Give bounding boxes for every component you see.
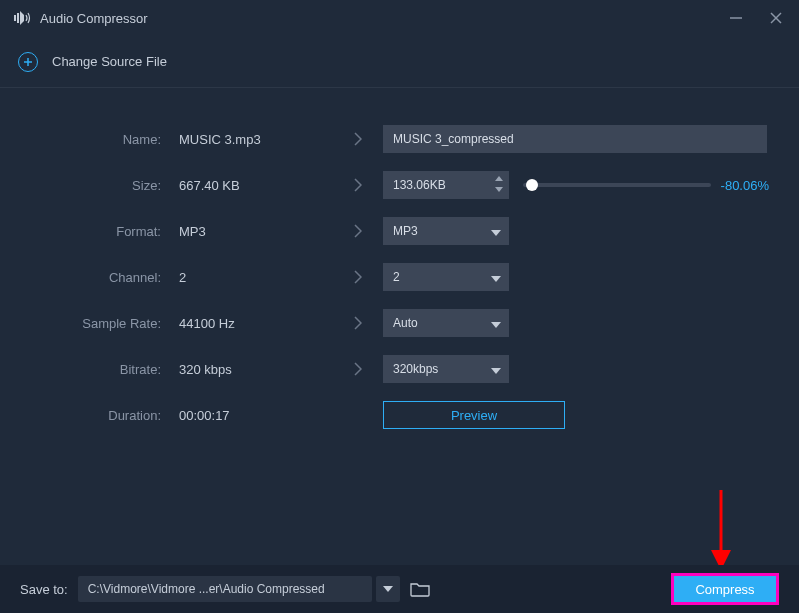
arrow-format (333, 224, 383, 238)
format-select[interactable]: MP3 (383, 217, 509, 245)
label-size: Size: (28, 178, 173, 193)
window-controls (727, 9, 785, 27)
current-channel: 2 (173, 270, 333, 285)
chevron-down-icon (491, 360, 501, 378)
chevron-right-icon (354, 270, 362, 284)
current-duration: 00:00:17 (173, 408, 333, 423)
save-path-box[interactable]: C:\Vidmore\Vidmore ...er\Audio Compresse… (78, 576, 372, 602)
content-area: Name: MUSIC 3.mp3 Size: 667.40 KB (0, 88, 799, 431)
compress-button[interactable]: Compress (671, 573, 779, 605)
change-source-row[interactable]: Change Source File (0, 36, 799, 88)
chevron-right-icon (354, 178, 362, 192)
row-bitrate: Bitrate: 320 kbps 320kbps (28, 353, 771, 385)
arrow-size (333, 178, 383, 192)
current-size: 667.40 KB (173, 178, 333, 193)
row-sample-rate: Sample Rate: 44100 Hz Auto (28, 307, 771, 339)
current-format: MP3 (173, 224, 333, 239)
row-name: Name: MUSIC 3.mp3 (28, 123, 771, 155)
label-format: Format: (28, 224, 173, 239)
row-format: Format: MP3 MP3 (28, 215, 771, 247)
arrow-name (333, 132, 383, 146)
chevron-right-icon (354, 362, 362, 376)
arrow-channel (333, 270, 383, 284)
chevron-down-icon (491, 314, 501, 332)
current-name: MUSIC 3.mp3 (173, 132, 333, 147)
label-duration: Duration: (28, 408, 173, 423)
plus-circle-icon (18, 52, 38, 72)
size-step-down[interactable] (493, 184, 505, 195)
label-bitrate: Bitrate: (28, 362, 173, 377)
save-to-label: Save to: (20, 582, 68, 597)
chevron-right-icon (354, 132, 362, 146)
app-icon (14, 11, 32, 25)
row-duration: Duration: 00:00:17 Preview (28, 399, 771, 431)
svg-marker-2 (20, 11, 24, 25)
chevron-right-icon (354, 224, 362, 238)
arrow-bitrate (333, 362, 383, 376)
size-step-up[interactable] (493, 173, 505, 184)
preview-label: Preview (451, 408, 497, 423)
annotation-arrow-icon (709, 490, 733, 572)
label-sample-rate: Sample Rate: (28, 316, 173, 331)
save-path-dropdown[interactable] (376, 576, 400, 602)
close-button[interactable] (767, 9, 785, 27)
preview-button[interactable]: Preview (383, 401, 565, 429)
name-input[interactable] (383, 125, 767, 153)
chevron-right-icon (354, 316, 362, 330)
chevron-down-icon (491, 268, 501, 286)
save-path-value: C:\Vidmore\Vidmore ...er\Audio Compresse… (88, 582, 325, 596)
compress-label: Compress (695, 582, 754, 597)
row-channel: Channel: 2 2 (28, 261, 771, 293)
channel-select[interactable]: 2 (383, 263, 509, 291)
titlebar: Audio Compressor (0, 0, 799, 36)
row-size: Size: 667.40 KB -80.06% (28, 169, 771, 201)
current-bitrate: 320 kbps (173, 362, 333, 377)
chevron-down-icon (491, 222, 501, 240)
size-slider-handle[interactable] (526, 179, 538, 191)
app-title: Audio Compressor (40, 11, 148, 26)
size-input[interactable] (383, 171, 509, 199)
open-folder-button[interactable] (410, 581, 430, 597)
arrow-sample-rate (333, 316, 383, 330)
channel-value: 2 (393, 270, 400, 284)
size-slider[interactable] (523, 183, 711, 187)
svg-rect-1 (17, 13, 19, 23)
folder-icon (410, 581, 430, 597)
sample-rate-select[interactable]: Auto (383, 309, 509, 337)
change-source-label: Change Source File (52, 54, 167, 69)
svg-rect-0 (14, 15, 16, 21)
label-channel: Channel: (28, 270, 173, 285)
format-value: MP3 (393, 224, 418, 238)
footer: Save to: C:\Vidmore\Vidmore ...er\Audio … (0, 565, 799, 613)
current-sample-rate: 44100 Hz (173, 316, 333, 331)
sample-rate-value: Auto (393, 316, 418, 330)
size-spinner[interactable] (383, 171, 509, 199)
size-slider-area: -80.06% (523, 178, 771, 193)
minimize-button[interactable] (727, 9, 745, 27)
bitrate-select[interactable]: 320kbps (383, 355, 509, 383)
size-percent: -80.06% (721, 178, 771, 193)
bitrate-value: 320kbps (393, 362, 438, 376)
label-name: Name: (28, 132, 173, 147)
